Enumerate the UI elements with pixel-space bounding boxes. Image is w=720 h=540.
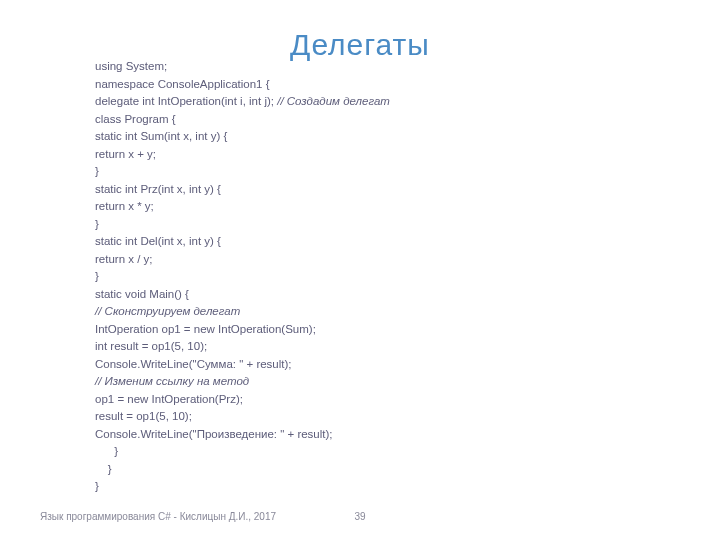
code-line: } (95, 163, 390, 181)
code-line: return x * y; (95, 198, 390, 216)
code-line: result = op1(5, 10); (95, 408, 390, 426)
code-line: Console.WriteLine("Сумма: " + result); (95, 356, 390, 374)
code-line: op1 = new IntOperation(Prz); (95, 391, 390, 409)
code-line: } (95, 478, 390, 496)
page-number: 39 (0, 511, 720, 522)
code-line: static int Sum(int x, int y) { (95, 128, 390, 146)
code-line: return x / y; (95, 251, 390, 269)
code-comment: // Создадим делегат (277, 95, 390, 107)
code-line: int result = op1(5, 10); (95, 338, 390, 356)
code-line: using System; (95, 58, 390, 76)
code-line: IntOperation op1 = new IntOperation(Sum)… (95, 321, 390, 339)
code-line: static int Del(int x, int y) { (95, 233, 390, 251)
code-line: static void Main() { (95, 286, 390, 304)
code-line: Console.WriteLine("Произведение: " + res… (95, 426, 390, 444)
code-line: return x + y; (95, 146, 390, 164)
code-line: } (95, 443, 390, 461)
code-block: using System; namespace ConsoleApplicati… (95, 58, 390, 496)
code-line: namespace ConsoleApplication1 { (95, 76, 390, 94)
code-line: class Program { (95, 111, 390, 129)
code-comment: // Изменим ссылку на метод (95, 373, 390, 391)
slide-title: Делегаты (0, 0, 720, 62)
code-line: } (95, 216, 390, 234)
code-text: delegate int IntOperation(int i, int j); (95, 95, 277, 107)
code-line: static int Prz(int x, int y) { (95, 181, 390, 199)
code-line: } (95, 461, 390, 479)
code-line: delegate int IntOperation(int i, int j);… (95, 93, 390, 111)
code-comment: // Сконструируем делегат (95, 303, 390, 321)
code-line: } (95, 268, 390, 286)
